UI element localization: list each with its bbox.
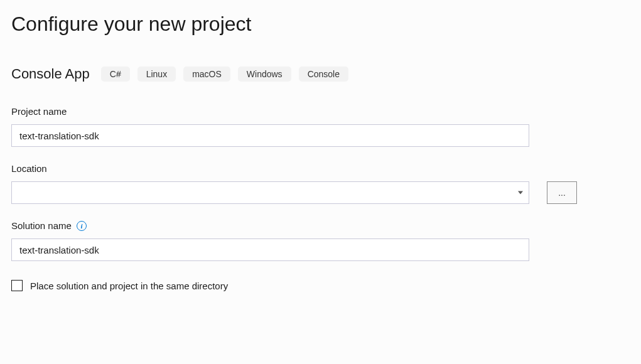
same-directory-label: Place solution and project in the same d… [30,281,228,291]
solution-name-input[interactable] [11,238,529,261]
location-combo[interactable] [11,181,529,204]
solution-name-label-row: Solution name i [11,220,630,231]
project-name-input[interactable] [11,124,529,147]
tag-linux: Linux [137,67,176,82]
tag-macos: macOS [183,67,230,82]
info-icon[interactable]: i [77,221,87,231]
solution-name-label: Solution name [11,220,72,231]
browse-button[interactable]: ... [547,181,577,204]
template-row: Console App C# Linux macOS Windows Conso… [11,66,630,82]
project-name-group: Project name [11,106,630,147]
location-input[interactable] [11,181,529,204]
solution-name-group: Solution name i [11,220,630,261]
tag-list: C# Linux macOS Windows Console [101,67,348,82]
tag-console: Console [299,67,348,82]
project-name-label: Project name [11,106,630,117]
location-group: Location ... [11,163,630,204]
same-directory-row: Place solution and project in the same d… [11,280,630,291]
location-label: Location [11,163,630,174]
same-directory-checkbox[interactable] [11,280,23,291]
template-name: Console App [11,66,90,82]
tag-csharp: C# [101,67,130,82]
page-title: Configure your new project [11,13,630,36]
tag-windows: Windows [238,67,291,82]
